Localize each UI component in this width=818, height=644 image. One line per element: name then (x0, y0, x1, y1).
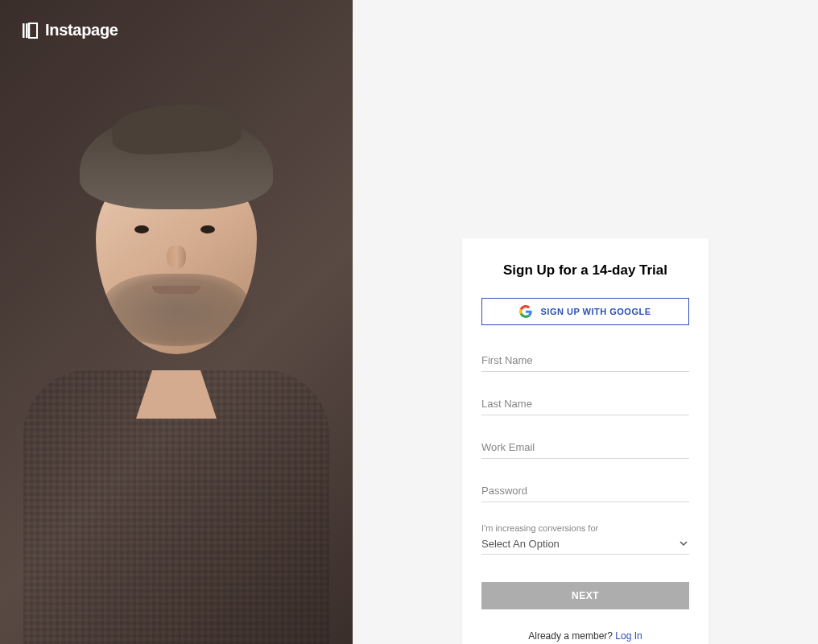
member-prompt: Already a member? Log In (481, 630, 689, 642)
conversions-select-label: I'm increasing conversions for (481, 523, 689, 533)
svg-rect-1 (26, 23, 28, 38)
conversions-select[interactable]: Select An Option (481, 536, 689, 555)
next-button[interactable]: NEXT (481, 582, 689, 609)
brand-name: Instapage (45, 21, 118, 39)
form-panel: Sign Up for a 14-day Trial SIGN UP WITH … (353, 0, 818, 644)
first-name-input[interactable] (481, 349, 689, 372)
signup-title: Sign Up for a 14-day Trial (481, 262, 689, 279)
brand-logo: Instapage (23, 21, 118, 39)
work-email-input[interactable] (481, 436, 689, 459)
hero-image (0, 48, 353, 644)
conversions-select-value: Select An Option (481, 538, 560, 550)
password-input[interactable] (481, 480, 689, 502)
login-link[interactable]: Log In (615, 630, 642, 642)
chevron-down-icon (680, 539, 688, 547)
hero-panel: Instapage (0, 0, 353, 644)
signup-google-button[interactable]: SIGN UP WITH GOOGLE (481, 298, 689, 325)
google-button-label: SIGN UP WITH GOOGLE (540, 307, 651, 316)
signup-card: Sign Up for a 14-day Trial SIGN UP WITH … (462, 238, 709, 644)
google-icon (519, 305, 532, 318)
instapage-icon (23, 22, 40, 39)
member-prompt-text: Already a member? (528, 630, 615, 642)
last-name-input[interactable] (481, 393, 689, 415)
svg-rect-0 (23, 23, 25, 38)
